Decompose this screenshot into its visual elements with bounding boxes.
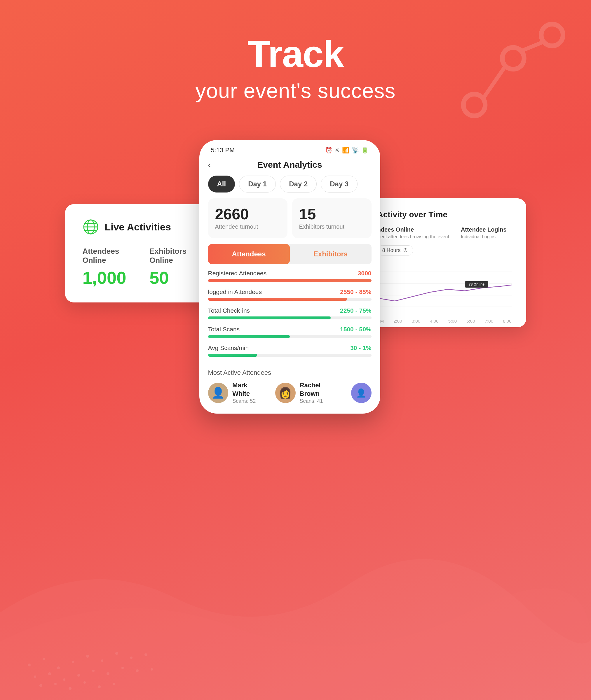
hero-section: Track your event's success (0, 0, 591, 103)
activity-col-online: ndees Online rrent attendees browsing th… (377, 226, 449, 239)
metric-checkins-header: Total Check-ins 2250 - 75% (208, 307, 372, 314)
exhibitors-label: Exhibitors Online (149, 247, 199, 265)
live-activities-title: Live Activities (105, 221, 171, 233)
cards-area: Live Activities Attendees Online 1,000 E… (0, 140, 591, 413)
chart-area: 78 Online PM 2:00 3:00 4:00 5:00 6:00 7:… (377, 263, 512, 316)
metrics-list: Registered Attendees 3000 logged in Atte… (199, 270, 380, 357)
status-time: 5:13 PM (211, 146, 235, 154)
svg-point-24 (54, 683, 57, 685)
metric-avg-scans: Avg Scans/min 30 - 1% (208, 344, 372, 357)
attendee-mark-info: Mark White Scans: 52 (232, 381, 266, 405)
attendees-row: 👤 Mark White Scans: 52 👩 Rachel Brown Sc… (208, 381, 372, 405)
chart-label-600: 6:00 (466, 318, 475, 323)
attendees-value: 1,000 (83, 268, 132, 288)
chart-label-200: 2:00 (393, 318, 402, 323)
activity-card: Activity over Time ndees Online rrent at… (363, 198, 526, 327)
svg-point-5 (28, 664, 30, 667)
svg-point-6 (43, 658, 45, 660)
globe-icon (83, 219, 99, 235)
activity-title: Activity over Time (377, 210, 512, 219)
svg-point-19 (107, 672, 110, 675)
svg-point-9 (86, 655, 89, 658)
svg-text:78 Online: 78 Online (468, 282, 484, 287)
tab-day3[interactable]: Day 3 (321, 175, 357, 192)
activity-online-sub: rrent attendees browsing the event (377, 234, 449, 239)
activity-logins-sub: Individual Logins (461, 234, 507, 239)
attendee-rachel: 👩 Rachel Brown Scans: 41 (275, 381, 342, 405)
attendee-mark-scans: Scans: 52 (232, 398, 266, 404)
metric-loggedin-value: 2550 - 85% (340, 289, 371, 296)
metric-checkins: Total Check-ins 2250 - 75% (208, 307, 372, 319)
status-icons: ⏰ ✳ 📶 📡 🔋 (325, 147, 369, 154)
tab-all[interactable]: All (208, 175, 235, 192)
metric-registered: Registered Attendees 3000 (208, 270, 372, 282)
metric-registered-name: Registered Attendees (208, 270, 267, 277)
svg-point-7 (57, 667, 60, 670)
metric-registered-fill (208, 279, 372, 282)
svg-point-22 (150, 668, 153, 671)
metric-scans-fill (208, 335, 290, 338)
tab-day2[interactable]: Day 2 (280, 175, 317, 192)
bg-waves (0, 496, 591, 700)
svg-point-17 (77, 674, 80, 677)
svg-point-25 (69, 687, 71, 690)
chart-label-300: 3:00 (412, 318, 420, 323)
back-button[interactable]: ‹ (208, 160, 211, 169)
active-attendees-section: Most Active Attendees 👤 Mark White Scans… (199, 363, 380, 413)
svg-point-13 (144, 653, 147, 656)
metric-avg-scans-name: Avg Scans/min (208, 344, 249, 352)
metric-loggedin-fill (208, 298, 347, 301)
svg-point-27 (98, 685, 101, 688)
phone-status-bar: 5:13 PM ⏰ ✳ 📶 📡 🔋 (199, 140, 380, 157)
alarm-icon: ⏰ (325, 147, 332, 154)
exhibitor-turnout-card: 15 Exhibitors turnout (292, 198, 372, 238)
metric-avg-scans-header: Avg Scans/min 30 - 1% (208, 344, 372, 352)
attendee-turnout-number: 2660 (215, 207, 280, 222)
attendees-label: Attendees Online (83, 247, 132, 265)
attendee-turnout-label: Attendee turnout (215, 223, 280, 230)
toggle-exhibitors[interactable]: Exhibitors (290, 244, 372, 264)
live-activities-card: Live Activities Attendees Online 1,000 E… (65, 204, 217, 302)
toggle-attendees[interactable]: Attendees (208, 244, 290, 264)
metric-registered-header: Registered Attendees 3000 (208, 270, 372, 277)
tab-day1[interactable]: Day 1 (239, 175, 276, 192)
stats-row: 2660 Attendee turnout 15 Exhibitors turn… (199, 198, 380, 244)
exhibitors-value: 50 (149, 268, 199, 288)
exhibitor-turnout-label: Exhibitors turnout (299, 223, 365, 230)
attendee-rachel-scans: Scans: 41 (300, 398, 342, 404)
metric-loggedin-bar (208, 298, 372, 301)
signal-icon: 📡 (352, 147, 359, 154)
chart-x-labels: PM 2:00 3:00 4:00 5:00 6:00 7:00 8:00 (377, 318, 512, 323)
svg-point-18 (92, 670, 94, 672)
exhibitor-turnout-number: 15 (299, 207, 365, 222)
metric-avg-scans-value: 30 - 1% (350, 344, 371, 352)
phone-header: ‹ Event Analytics (199, 157, 380, 175)
metric-loggedin-name: logged in Attendees (208, 289, 262, 296)
metric-avg-scans-fill (208, 354, 257, 357)
attendee-mark-avatar: 👤 (208, 383, 228, 403)
metric-scans-bar (208, 335, 372, 338)
active-title: Most Active Attendees (208, 369, 372, 377)
hours-badge: 8 Hours ⏱ (377, 245, 413, 255)
attendees-stat: Attendees Online 1,000 (83, 247, 132, 288)
svg-point-21 (136, 670, 139, 672)
svg-point-12 (130, 656, 132, 659)
tab-bar: All Day 1 Day 2 Day 3 (199, 175, 380, 198)
activity-online-title: ndees Online (377, 226, 449, 233)
live-activities-header: Live Activities (83, 219, 199, 235)
svg-point-14 (34, 676, 36, 678)
chart-label-700: 7:00 (485, 318, 493, 323)
phone-mockup: 5:13 PM ⏰ ✳ 📶 📡 🔋 ‹ Event Analytics All … (199, 140, 380, 413)
svg-point-26 (83, 681, 86, 684)
svg-point-28 (113, 683, 115, 685)
chart-label-500: 5:00 (448, 318, 457, 323)
metric-registered-bar (208, 279, 372, 282)
metric-scans-value: 1500 - 50% (340, 326, 371, 333)
phone-screen: 5:13 PM ⏰ ✳ 📶 📡 🔋 ‹ Event Analytics All … (199, 140, 380, 413)
metric-loggedin-header: logged in Attendees 2550 - 85% (208, 289, 372, 296)
metric-loggedin: logged in Attendees 2550 - 85% (208, 289, 372, 301)
svg-point-11 (115, 652, 118, 655)
attendee-rachel-avatar: 👩 (275, 383, 296, 403)
hero-subtitle: your event's success (0, 79, 591, 103)
chart-label-800: 8:00 (503, 318, 511, 323)
